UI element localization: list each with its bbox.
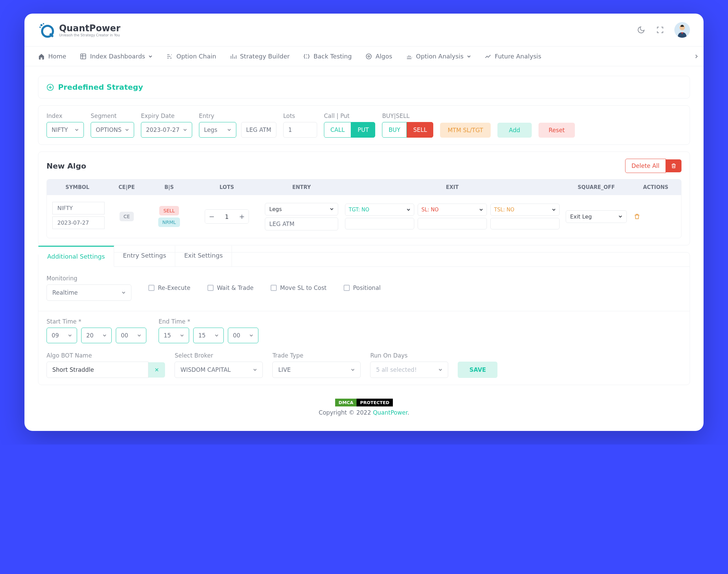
row-sl-select[interactable]: SL: NO	[418, 204, 487, 216]
segment-label: Segment	[91, 112, 134, 119]
add-button[interactable]: Add	[497, 123, 532, 138]
row-delete-icon[interactable]	[634, 213, 678, 220]
entry-atm-input[interactable]: LEG ATM	[241, 122, 276, 138]
wait-trade-checkbox[interactable]: Wait & Trade	[207, 284, 254, 291]
app-window: QuantPower Unleash the Strategy Creator …	[24, 14, 704, 431]
end-sec-select[interactable]: 00	[228, 328, 258, 343]
row-entry-type[interactable]: Legs	[265, 203, 338, 215]
chevron-down-icon	[122, 291, 126, 295]
monitoring-select[interactable]: Realtime	[47, 284, 131, 301]
bot-name-clear[interactable]: ✕	[148, 362, 165, 378]
nav-algos[interactable]: Algos	[365, 53, 392, 60]
bot-name-input[interactable]	[47, 362, 148, 378]
lots-plus[interactable]: +	[235, 210, 249, 223]
dark-mode-icon[interactable]	[636, 25, 646, 35]
row-tsl-select[interactable]: TSL: NO	[490, 204, 560, 216]
row-sqoff-select[interactable]: Exit Leg	[566, 210, 627, 223]
callput-label: Call | Put	[324, 112, 376, 119]
row-entry-atm[interactable]: LEG ATM	[265, 218, 338, 230]
chevron-down-icon	[438, 368, 442, 372]
dmca-badge[interactable]: DMCAPROTECTED	[335, 399, 393, 406]
row-cepe[interactable]: CE	[120, 212, 134, 221]
nav-strategy-builder[interactable]: Strategy Builder	[230, 53, 290, 60]
broker-label: Select Broker	[175, 352, 263, 359]
header-actions	[636, 22, 690, 38]
footer-brand-link[interactable]: QuantPower	[373, 409, 407, 416]
run-days-select[interactable]: 5 all selected!	[370, 362, 448, 378]
end-min-select[interactable]: 15	[193, 328, 224, 343]
col-actions: ACTIONS	[630, 179, 681, 195]
chevron-down-icon	[137, 333, 141, 337]
start-sec-select[interactable]: 00	[116, 328, 146, 343]
end-hour-select[interactable]: 15	[159, 328, 189, 343]
delete-all-button[interactable]: Delete All	[625, 159, 666, 173]
nav-index-dashboards[interactable]: Index Dashboards	[80, 53, 152, 60]
nav-option-analysis[interactable]: Option Analysis	[406, 53, 471, 60]
index-select[interactable]: NIFTY	[47, 122, 84, 138]
re-execute-checkbox[interactable]: Re-Execute	[148, 284, 190, 291]
svg-rect-5	[81, 54, 86, 59]
chevron-down-icon	[215, 333, 219, 337]
lots-input[interactable]: 1	[283, 122, 317, 138]
svg-point-1	[40, 24, 42, 26]
col-lots: LOTS	[193, 179, 261, 195]
mtm-sl-tgt-button[interactable]: MTM SL/TGT	[440, 123, 490, 138]
backtest-icon	[303, 53, 310, 60]
sell-button[interactable]: SELL	[407, 122, 433, 138]
chevron-down-icon	[479, 208, 483, 212]
nav-back-testing[interactable]: Back Testing	[303, 53, 352, 60]
checkbox-icon	[207, 285, 214, 291]
predefined-label: Predefined Strategy	[58, 83, 143, 91]
col-sqoff: SQUARE_OFF	[562, 179, 630, 195]
chevron-down-icon	[68, 333, 72, 337]
reset-button[interactable]: Reset	[539, 123, 575, 138]
predefined-strategy-card[interactable]: Predefined Strategy	[38, 76, 690, 99]
start-hour-select[interactable]: 09	[47, 328, 77, 343]
row-sl-input[interactable]	[418, 218, 487, 229]
end-time-label: End Time *	[159, 318, 258, 325]
move-sl-checkbox[interactable]: Move SL to Cost	[271, 284, 327, 291]
chevron-down-icon	[249, 333, 253, 337]
fullscreen-icon[interactable]	[655, 25, 665, 35]
nav-option-chain[interactable]: Option Chain	[166, 53, 216, 60]
row-tgt-select[interactable]: TGT: NO	[345, 204, 414, 216]
start-min-select[interactable]: 20	[81, 328, 112, 343]
row-nrml[interactable]: NRML	[158, 218, 180, 227]
row-date: 2023-07-27	[52, 216, 105, 229]
future-icon	[485, 53, 491, 60]
logo-icon	[38, 22, 54, 38]
entry-select[interactable]: Legs	[199, 122, 236, 138]
logo[interactable]: QuantPower Unleash the Strategy Creator …	[38, 22, 121, 38]
expiry-select[interactable]: 2023-07-27	[141, 122, 192, 138]
nav-home[interactable]: Home	[38, 53, 66, 60]
delete-all-icon[interactable]	[666, 159, 681, 172]
put-button[interactable]: PUT	[351, 122, 375, 138]
col-exit: EXIT	[342, 179, 562, 195]
save-button[interactable]: SAVE	[458, 362, 497, 378]
run-days-label: Run On Days	[370, 352, 448, 359]
divider	[38, 311, 690, 311]
row-tsl-input[interactable]	[490, 218, 560, 229]
chevron-down-icon	[125, 128, 129, 132]
trade-type-select[interactable]: LIVE	[272, 362, 361, 378]
row-sell[interactable]: SELL	[159, 206, 179, 215]
tab-exit[interactable]: Exit Settings	[175, 246, 232, 266]
col-cepe: CE|PE	[108, 179, 145, 195]
nav-scroll-right-icon[interactable]	[694, 54, 699, 59]
call-button[interactable]: CALL	[324, 122, 351, 138]
positional-checkbox[interactable]: Positional	[344, 284, 381, 291]
broker-select[interactable]: WISDOM CAPITAL	[175, 362, 263, 378]
lots-minus[interactable]: −	[205, 210, 218, 223]
chevron-down-icon	[148, 54, 152, 58]
chevron-down-icon	[351, 368, 355, 372]
nav-future-analysis[interactable]: Future Analysis	[485, 53, 541, 60]
avatar[interactable]	[674, 22, 690, 38]
tab-entry[interactable]: Entry Settings	[114, 246, 175, 266]
tab-additional[interactable]: Additional Settings	[38, 246, 114, 267]
segment-select[interactable]: OPTIONS	[91, 122, 134, 138]
buy-button[interactable]: BUY	[382, 122, 407, 138]
svg-point-3	[39, 27, 41, 28]
analysis-icon	[406, 53, 413, 60]
row-tgt-input[interactable]	[345, 218, 414, 229]
plus-circle-icon	[47, 84, 54, 91]
